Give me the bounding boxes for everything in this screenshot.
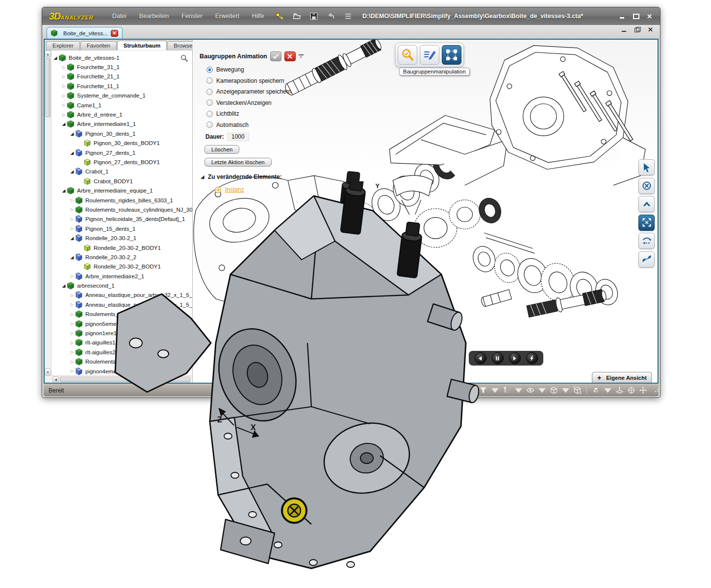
- radio-lichtblitz[interactable]: Lichtblitz: [206, 110, 305, 117]
- move-cross-icon[interactable]: [639, 386, 647, 394]
- expand-icon[interactable]: ▷: [69, 350, 75, 354]
- dropdown-caret-icon[interactable]: [561, 386, 570, 394]
- radio-automatisch[interactable]: Automatisch: [206, 122, 305, 128]
- child-minimize-button[interactable]: [621, 27, 628, 32]
- panel-options-icon[interactable]: ▾: [299, 54, 304, 58]
- radio-kameraposition-speichern[interactable]: Kameraposition speichern: [206, 77, 305, 84]
- add-view-icon[interactable]: +: [597, 374, 601, 382]
- radio-dot[interactable]: [206, 122, 213, 128]
- flash-button[interactable]: [526, 352, 538, 364]
- tree-row[interactable]: ▷Arbre_d_entree_1: [51, 110, 192, 119]
- expand-icon[interactable]: ▷: [61, 84, 67, 88]
- collapse-icon[interactable]: ◢: [69, 131, 75, 136]
- tree-row[interactable]: Pignon_27_dents_BODY1: [51, 157, 192, 167]
- collapse-icon[interactable]: ◢: [52, 55, 58, 60]
- tree-row[interactable]: ▷Fourchette_31_1: [51, 62, 192, 72]
- tree-row[interactable]: ▷Systeme_de_commande_1: [51, 91, 192, 100]
- tree-row[interactable]: ◢Crabot_1: [51, 167, 192, 176]
- expand-icon[interactable]: ▷: [69, 198, 75, 202]
- expand-icon[interactable]: ▷: [69, 331, 75, 336]
- expand-icon[interactable]: ▷: [61, 113, 67, 117]
- tree-vertical-scrollbar[interactable]: ▲ ▼: [45, 50, 51, 375]
- collapse-icon[interactable]: ◢: [61, 283, 67, 288]
- menu-bearbeiten[interactable]: Bearbeiten: [139, 13, 169, 20]
- tab-explorer[interactable]: Explorer: [46, 41, 80, 50]
- cube-wire-icon[interactable]: [550, 386, 558, 394]
- play-button[interactable]: [509, 352, 521, 364]
- collapse-icon[interactable]: ◢: [69, 236, 75, 241]
- dauer-value-field[interactable]: 1000: [227, 133, 249, 141]
- collapse-icon[interactable]: ◢: [61, 188, 67, 193]
- radio-dot[interactable]: [206, 67, 213, 73]
- delete-circle-button[interactable]: [638, 178, 655, 194]
- menu-hilfe[interactable]: Hilfe: [252, 13, 264, 20]
- pause-button[interactable]: [492, 352, 504, 364]
- radio-verstecken-anzeigen[interactable]: Verstecken/Anzeigen: [206, 99, 305, 106]
- expand-icon[interactable]: ▷: [69, 293, 75, 297]
- custom-view-tab[interactable]: + Eigene Ansicht: [592, 372, 652, 383]
- tree-row[interactable]: ◢Pignon_30_dents_1: [51, 129, 192, 138]
- dropdown-caret-icon[interactable]: [538, 386, 546, 394]
- tree-row[interactable]: ◢Boite_de_vitesses-1: [51, 53, 192, 62]
- expand-icon[interactable]: ▷: [69, 207, 75, 212]
- fit-expand-button[interactable]: [638, 215, 655, 231]
- select-cursor-button[interactable]: [638, 159, 655, 175]
- radio-dot[interactable]: [206, 89, 213, 95]
- tree-row[interactable]: ◢Arbre_intermediaire1_1: [51, 120, 192, 129]
- tab-strukturbaum[interactable]: Strukturbaum: [117, 41, 167, 50]
- expand-icon[interactable]: ▷: [69, 226, 75, 231]
- swap-arrow-button[interactable]: [638, 233, 655, 249]
- eye-icon[interactable]: [526, 386, 534, 394]
- tree-row[interactable]: Pignon_30_dents_BODY1: [51, 139, 192, 148]
- confirm-check-icon[interactable]: [270, 51, 281, 61]
- tree-row[interactable]: ▷Came1_1: [51, 100, 192, 110]
- plane-arrow-icon[interactable]: [615, 386, 624, 394]
- radio-dot[interactable]: [206, 99, 213, 106]
- key-icon[interactable]: [275, 12, 284, 21]
- expand-icon[interactable]: ▷: [69, 217, 75, 221]
- radio-bewegung[interactable]: Bewegung: [206, 66, 305, 73]
- tree-row[interactable]: ▷Fourchette_21_1: [51, 72, 192, 81]
- menu-fenster[interactable]: Fenster: [181, 13, 202, 20]
- child-close-button[interactable]: ✕: [648, 27, 654, 32]
- open-folder-icon[interactable]: [292, 12, 301, 21]
- expand-icon[interactable]: ▷: [69, 274, 75, 278]
- delete-last-action-button[interactable]: Letzte Aktion löschen: [204, 158, 272, 167]
- radio-dot[interactable]: [206, 77, 213, 84]
- expand-icon[interactable]: ▷: [61, 103, 67, 107]
- collapse-icon[interactable]: ◢: [69, 150, 75, 155]
- save-icon[interactable]: [309, 12, 318, 21]
- pin-select-icon[interactable]: [503, 386, 511, 394]
- tree-search-icon[interactable]: [180, 54, 188, 62]
- tree-row[interactable]: ▷Fourchette_11_1: [51, 81, 192, 91]
- document-tab[interactable]: Boite_de_vitess... ✕: [47, 27, 123, 39]
- menu-erweitert[interactable]: Erweitert: [215, 13, 239, 20]
- edit-list-button[interactable]: [420, 45, 439, 65]
- search-check-button[interactable]: [398, 45, 417, 65]
- tree-row[interactable]: ◢Pignon_27_dents_1: [51, 148, 192, 157]
- expand-icon[interactable]: ▷: [61, 94, 67, 98]
- expand-icon[interactable]: ▷: [69, 369, 75, 373]
- expand-icon[interactable]: ▷: [69, 341, 75, 345]
- close-button[interactable]: ✕: [647, 14, 653, 19]
- radio-dot[interactable]: [206, 111, 213, 117]
- assembly-graph-button[interactable]: [442, 45, 461, 65]
- expand-icon[interactable]: ▷: [69, 312, 75, 317]
- resize-grip[interactable]: [654, 388, 659, 392]
- expand-icon[interactable]: ▷: [61, 65, 67, 70]
- expand-icon[interactable]: ▷: [69, 302, 75, 307]
- rotate-3d-button[interactable]: [638, 251, 655, 268]
- scroll-down-icon[interactable]: ▼: [45, 368, 51, 375]
- child-restore-button[interactable]: [635, 27, 641, 32]
- delete-button[interactable]: Löschen: [204, 145, 239, 154]
- cube-solid-icon[interactable]: [592, 386, 600, 394]
- dropdown-caret-icon[interactable]: [604, 386, 612, 394]
- expand-icon[interactable]: ▷: [69, 360, 75, 364]
- scroll-left-icon[interactable]: ◀: [52, 376, 59, 382]
- collapse-icon[interactable]: ◢: [61, 122, 67, 126]
- maximize-button[interactable]: [633, 14, 639, 19]
- minimize-button[interactable]: [619, 14, 626, 19]
- collapse-icon[interactable]: ◢: [69, 255, 75, 260]
- chevron-up-button[interactable]: [638, 196, 655, 212]
- target-icon[interactable]: [627, 386, 635, 394]
